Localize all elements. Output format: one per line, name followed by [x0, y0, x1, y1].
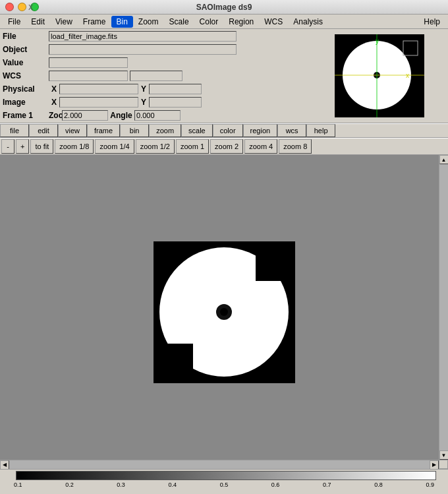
physical-y-label: Y [138, 84, 149, 94]
scroll-up-button[interactable]: ▲ [439, 155, 449, 164]
image-y-value[interactable] [149, 97, 202, 108]
colorbar-label-07: 0.7 [323, 481, 331, 488]
object-label: Object [3, 45, 49, 54]
value-value[interactable] [49, 57, 128, 68]
colorbar-label-05: 0.5 [220, 481, 229, 488]
action-file[interactable]: file [0, 124, 29, 137]
window-controls[interactable] [5, 3, 39, 11]
zoom-bar: - + to fit zoom 1/8 zoom 1/4 zoom 1/2 zo… [0, 138, 448, 155]
colorbar-label-02: 0.2 [65, 481, 74, 488]
zoom-1-button[interactable]: zoom 1 [176, 139, 209, 154]
action-edit[interactable]: edit [29, 124, 58, 137]
menu-zoom[interactable]: Zoom [133, 16, 164, 28]
image-x-label: X [49, 98, 59, 107]
wcs-row: WCS [3, 70, 311, 82]
menu-wcs[interactable]: WCS [259, 16, 288, 28]
action-view[interactable]: view [58, 124, 87, 137]
colorbar [16, 471, 436, 480]
zoom-label: Zoom [49, 111, 62, 120]
svg-point-14 [220, 308, 228, 316]
close-button[interactable] [5, 3, 14, 11]
colorbar-label-08: 0.8 [374, 481, 383, 488]
physical-label: Physical [3, 84, 49, 94]
colorbar-label-01: 0.1 [14, 481, 22, 488]
colorbar-labels: 0.1 0.2 0.3 0.4 0.5 0.6 0.7 0.8 0.9 [14, 481, 434, 488]
app-icon: X [28, 3, 33, 11]
zoom-minus-button[interactable]: - [1, 139, 14, 154]
zoom-8-button[interactable]: zoom 8 [279, 139, 312, 154]
scroll-right-button[interactable]: ▶ [430, 460, 439, 470]
svg-rect-10 [256, 241, 295, 281]
colorbar-label-06: 0.6 [271, 481, 280, 488]
main-image-area[interactable]: ▲ ▼ ◀ ▶ [0, 155, 448, 469]
scrollbar-horizontal[interactable]: ◀ ▶ [0, 460, 439, 469]
scroll-corner [439, 460, 448, 469]
action-color[interactable]: color [213, 124, 243, 137]
menu-color[interactable]: Color [194, 16, 224, 28]
window-title: SAOImage ds9 [196, 3, 252, 12]
menu-frame[interactable]: Frame [78, 16, 111, 28]
preview-panel: x y [314, 30, 445, 121]
zoom-plus-button[interactable]: + [16, 139, 29, 154]
menu-edit[interactable]: Edit [26, 16, 50, 28]
physical-x-value[interactable] [59, 84, 138, 94]
colorbar-label-09: 0.9 [426, 481, 434, 488]
file-row: File [3, 30, 311, 42]
action-wcs[interactable]: wcs [277, 124, 306, 137]
zoom-value[interactable] [62, 110, 108, 121]
scroll-left-button[interactable]: ◀ [0, 460, 9, 470]
zoom-1-4-button[interactable]: zoom 1/4 [95, 139, 134, 154]
svg-text:y: y [376, 38, 379, 45]
title-bar: X SAOImage ds9 [0, 0, 448, 15]
colorbar-label-03: 0.3 [117, 481, 125, 488]
zoom-4-button[interactable]: zoom 4 [244, 139, 277, 154]
value-row: Value [3, 57, 311, 69]
scroll-track-horizontal[interactable] [9, 460, 430, 470]
wcs-label: WCS [3, 71, 49, 80]
file-label: File [3, 32, 49, 41]
scroll-track-vertical[interactable] [439, 164, 449, 450]
physical-y-value[interactable] [149, 84, 202, 94]
object-value[interactable] [49, 44, 237, 55]
menu-bar: File Edit View Frame Bin Zoom Scale Colo… [0, 15, 448, 29]
file-value[interactable] [49, 31, 237, 42]
action-bin[interactable]: bin [120, 124, 149, 137]
action-region[interactable]: region [243, 124, 278, 137]
action-help[interactable]: help [306, 124, 335, 137]
image-label: Image [3, 98, 49, 107]
angle-value[interactable] [134, 110, 181, 121]
menu-help[interactable]: Help [418, 16, 445, 28]
colorbar-label-04: 0.4 [169, 481, 177, 488]
svg-rect-11 [154, 344, 193, 383]
info-fields: File Object Value WCS Physical X Y [3, 30, 311, 121]
menu-scale[interactable]: Scale [164, 16, 194, 28]
minimize-button[interactable] [18, 3, 26, 11]
action-scale[interactable]: scale [181, 124, 213, 137]
wcs-value1[interactable] [49, 71, 128, 81]
image-y-label: Y [138, 98, 149, 107]
frame-label: Frame 1 [3, 111, 49, 120]
scroll-down-button[interactable]: ▼ [439, 450, 449, 460]
menu-view[interactable]: View [50, 16, 78, 28]
physical-row: Physical X Y [3, 83, 311, 95]
action-zoom[interactable]: zoom [149, 124, 181, 137]
menu-file[interactable]: File [3, 16, 26, 28]
info-panel: File Object Value WCS Physical X Y [0, 29, 448, 123]
preview-image: x y [335, 34, 424, 117]
zoom-to-fit-button[interactable]: to fit [30, 139, 53, 154]
angle-label: Angle [108, 111, 134, 120]
scrollbar-vertical[interactable]: ▲ ▼ [439, 155, 448, 460]
fits-image [154, 241, 295, 383]
zoom-1-2-button[interactable]: zoom 1/2 [136, 139, 175, 154]
zoom-2-button[interactable]: zoom 2 [210, 139, 243, 154]
menu-bin[interactable]: Bin [111, 16, 133, 28]
wcs-value2[interactable] [130, 71, 182, 81]
image-x-value[interactable] [59, 97, 138, 108]
image-row: Image X Y [3, 96, 311, 108]
bottom-bar: 0.1 0.2 0.3 0.4 0.5 0.6 0.7 0.8 0.9 [0, 469, 448, 494]
menu-region[interactable]: Region [223, 16, 259, 28]
zoom-1-8-button[interactable]: zoom 1/8 [55, 139, 94, 154]
action-frame[interactable]: frame [87, 124, 120, 137]
frame-row: Frame 1 Zoom Angle [3, 109, 311, 121]
menu-analysis[interactable]: Analysis [288, 16, 328, 28]
